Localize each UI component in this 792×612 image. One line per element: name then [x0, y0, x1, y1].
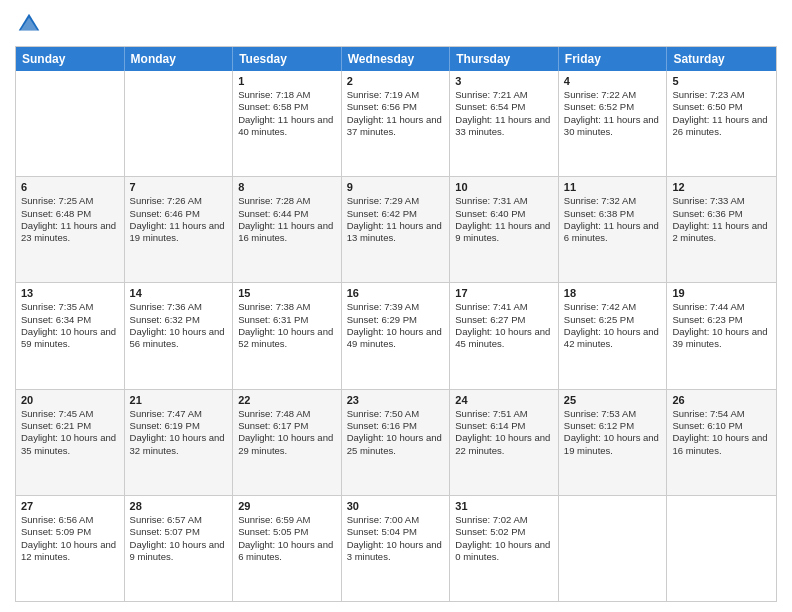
sunrise-text: Sunrise: 7:50 AM — [347, 408, 445, 420]
sunrise-text: Sunrise: 7:22 AM — [564, 89, 662, 101]
sunset-text: Sunset: 6:10 PM — [672, 420, 771, 432]
day-number: 19 — [672, 287, 771, 299]
calendar-body: 1Sunrise: 7:18 AMSunset: 6:58 PMDaylight… — [16, 71, 776, 601]
daylight-text: Daylight: 10 hours and 35 minutes. — [21, 432, 119, 457]
calendar-cell-8: 8Sunrise: 7:28 AMSunset: 6:44 PMDaylight… — [233, 177, 342, 282]
daylight-text: Daylight: 11 hours and 40 minutes. — [238, 114, 336, 139]
sunrise-text: Sunrise: 6:59 AM — [238, 514, 336, 526]
daylight-text: Daylight: 10 hours and 25 minutes. — [347, 432, 445, 457]
calendar-cell-19: 19Sunrise: 7:44 AMSunset: 6:23 PMDayligh… — [667, 283, 776, 388]
day-number: 26 — [672, 394, 771, 406]
calendar-cell-31: 31Sunrise: 7:02 AMSunset: 5:02 PMDayligh… — [450, 496, 559, 601]
header-day-saturday: Saturday — [667, 47, 776, 71]
daylight-text: Daylight: 10 hours and 49 minutes. — [347, 326, 445, 351]
calendar-cell-14: 14Sunrise: 7:36 AMSunset: 6:32 PMDayligh… — [125, 283, 234, 388]
day-number: 21 — [130, 394, 228, 406]
daylight-text: Daylight: 10 hours and 0 minutes. — [455, 539, 553, 564]
sunrise-text: Sunrise: 7:42 AM — [564, 301, 662, 313]
sunrise-text: Sunrise: 7:19 AM — [347, 89, 445, 101]
day-number: 14 — [130, 287, 228, 299]
sunset-text: Sunset: 6:36 PM — [672, 208, 771, 220]
calendar-row-0: 1Sunrise: 7:18 AMSunset: 6:58 PMDaylight… — [16, 71, 776, 177]
sunset-text: Sunset: 6:23 PM — [672, 314, 771, 326]
daylight-text: Daylight: 10 hours and 52 minutes. — [238, 326, 336, 351]
sunset-text: Sunset: 6:40 PM — [455, 208, 553, 220]
calendar-cell-26: 26Sunrise: 7:54 AMSunset: 6:10 PMDayligh… — [667, 390, 776, 495]
calendar-cell-empty-4-5 — [559, 496, 668, 601]
daylight-text: Daylight: 10 hours and 9 minutes. — [130, 539, 228, 564]
calendar-cell-20: 20Sunrise: 7:45 AMSunset: 6:21 PMDayligh… — [16, 390, 125, 495]
sunrise-text: Sunrise: 7:32 AM — [564, 195, 662, 207]
day-number: 29 — [238, 500, 336, 512]
sunset-text: Sunset: 6:21 PM — [21, 420, 119, 432]
header-day-tuesday: Tuesday — [233, 47, 342, 71]
calendar-cell-6: 6Sunrise: 7:25 AMSunset: 6:48 PMDaylight… — [16, 177, 125, 282]
sunset-text: Sunset: 6:29 PM — [347, 314, 445, 326]
sunset-text: Sunset: 6:52 PM — [564, 101, 662, 113]
sunrise-text: Sunrise: 7:41 AM — [455, 301, 553, 313]
day-number: 5 — [672, 75, 771, 87]
sunset-text: Sunset: 6:25 PM — [564, 314, 662, 326]
calendar-row-4: 27Sunrise: 6:56 AMSunset: 5:09 PMDayligh… — [16, 496, 776, 601]
sunset-text: Sunset: 6:14 PM — [455, 420, 553, 432]
calendar-cell-7: 7Sunrise: 7:26 AMSunset: 6:46 PMDaylight… — [125, 177, 234, 282]
daylight-text: Daylight: 10 hours and 39 minutes. — [672, 326, 771, 351]
calendar-cell-21: 21Sunrise: 7:47 AMSunset: 6:19 PMDayligh… — [125, 390, 234, 495]
header-day-friday: Friday — [559, 47, 668, 71]
calendar-cell-13: 13Sunrise: 7:35 AMSunset: 6:34 PMDayligh… — [16, 283, 125, 388]
calendar-row-1: 6Sunrise: 7:25 AMSunset: 6:48 PMDaylight… — [16, 177, 776, 283]
day-number: 15 — [238, 287, 336, 299]
calendar-cell-18: 18Sunrise: 7:42 AMSunset: 6:25 PMDayligh… — [559, 283, 668, 388]
daylight-text: Daylight: 10 hours and 12 minutes. — [21, 539, 119, 564]
calendar-cell-4: 4Sunrise: 7:22 AMSunset: 6:52 PMDaylight… — [559, 71, 668, 176]
sunset-text: Sunset: 6:19 PM — [130, 420, 228, 432]
daylight-text: Daylight: 11 hours and 19 minutes. — [130, 220, 228, 245]
daylight-text: Daylight: 11 hours and 30 minutes. — [564, 114, 662, 139]
day-number: 3 — [455, 75, 553, 87]
calendar-cell-2: 2Sunrise: 7:19 AMSunset: 6:56 PMDaylight… — [342, 71, 451, 176]
calendar-cell-24: 24Sunrise: 7:51 AMSunset: 6:14 PMDayligh… — [450, 390, 559, 495]
sunrise-text: Sunrise: 7:47 AM — [130, 408, 228, 420]
sunset-text: Sunset: 6:38 PM — [564, 208, 662, 220]
sunset-text: Sunset: 6:46 PM — [130, 208, 228, 220]
sunset-text: Sunset: 5:04 PM — [347, 526, 445, 538]
calendar-cell-28: 28Sunrise: 6:57 AMSunset: 5:07 PMDayligh… — [125, 496, 234, 601]
calendar-header: SundayMondayTuesdayWednesdayThursdayFrid… — [16, 47, 776, 71]
sunrise-text: Sunrise: 7:31 AM — [455, 195, 553, 207]
sunrise-text: Sunrise: 7:35 AM — [21, 301, 119, 313]
day-number: 9 — [347, 181, 445, 193]
day-number: 13 — [21, 287, 119, 299]
sunrise-text: Sunrise: 7:45 AM — [21, 408, 119, 420]
calendar-cell-3: 3Sunrise: 7:21 AMSunset: 6:54 PMDaylight… — [450, 71, 559, 176]
daylight-text: Daylight: 11 hours and 9 minutes. — [455, 220, 553, 245]
day-number: 6 — [21, 181, 119, 193]
day-number: 17 — [455, 287, 553, 299]
daylight-text: Daylight: 11 hours and 6 minutes. — [564, 220, 662, 245]
daylight-text: Daylight: 11 hours and 2 minutes. — [672, 220, 771, 245]
day-number: 23 — [347, 394, 445, 406]
daylight-text: Daylight: 10 hours and 59 minutes. — [21, 326, 119, 351]
daylight-text: Daylight: 10 hours and 32 minutes. — [130, 432, 228, 457]
calendar-cell-12: 12Sunrise: 7:33 AMSunset: 6:36 PMDayligh… — [667, 177, 776, 282]
daylight-text: Daylight: 11 hours and 26 minutes. — [672, 114, 771, 139]
day-number: 1 — [238, 75, 336, 87]
calendar-cell-27: 27Sunrise: 6:56 AMSunset: 5:09 PMDayligh… — [16, 496, 125, 601]
calendar-cell-empty-4-6 — [667, 496, 776, 601]
sunrise-text: Sunrise: 7:18 AM — [238, 89, 336, 101]
daylight-text: Daylight: 10 hours and 19 minutes. — [564, 432, 662, 457]
calendar-cell-25: 25Sunrise: 7:53 AMSunset: 6:12 PMDayligh… — [559, 390, 668, 495]
calendar-cell-29: 29Sunrise: 6:59 AMSunset: 5:05 PMDayligh… — [233, 496, 342, 601]
day-number: 31 — [455, 500, 553, 512]
calendar-row-2: 13Sunrise: 7:35 AMSunset: 6:34 PMDayligh… — [16, 283, 776, 389]
sunset-text: Sunset: 6:32 PM — [130, 314, 228, 326]
calendar-cell-16: 16Sunrise: 7:39 AMSunset: 6:29 PMDayligh… — [342, 283, 451, 388]
calendar-cell-15: 15Sunrise: 7:38 AMSunset: 6:31 PMDayligh… — [233, 283, 342, 388]
calendar-cell-23: 23Sunrise: 7:50 AMSunset: 6:16 PMDayligh… — [342, 390, 451, 495]
daylight-text: Daylight: 10 hours and 16 minutes. — [672, 432, 771, 457]
sunrise-text: Sunrise: 7:39 AM — [347, 301, 445, 313]
header-day-monday: Monday — [125, 47, 234, 71]
sunset-text: Sunset: 5:02 PM — [455, 526, 553, 538]
daylight-text: Daylight: 10 hours and 29 minutes. — [238, 432, 336, 457]
calendar-cell-empty-0-0 — [16, 71, 125, 176]
sunrise-text: Sunrise: 7:26 AM — [130, 195, 228, 207]
